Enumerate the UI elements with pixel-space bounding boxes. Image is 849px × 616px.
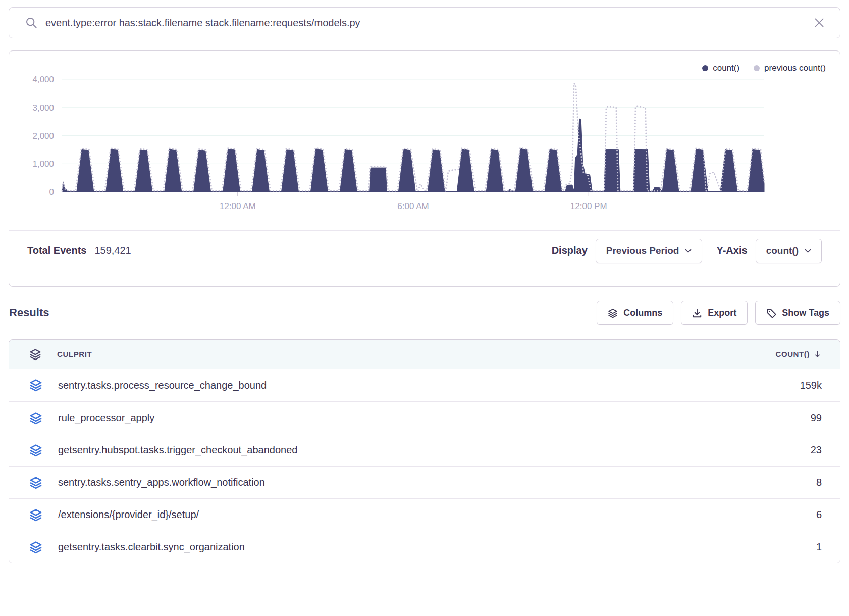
sort-desc-arrow-icon xyxy=(813,350,822,358)
display-dropdown-value: Previous Period xyxy=(606,245,679,256)
yaxis-dropdown-value: count() xyxy=(766,245,799,256)
yaxis-label: Y-Axis xyxy=(716,239,747,262)
culprit-cell: /extensions/{provider_id}/setup/ xyxy=(58,509,199,521)
table-row: getsentry.hubspot.tasks.trigger_checkout… xyxy=(9,434,840,466)
layers-icon xyxy=(29,412,42,425)
count-column-header[interactable]: COUNT() xyxy=(775,350,822,358)
layers-icon xyxy=(29,444,42,457)
events-over-time-chart[interactable]: 01,0002,0003,0004,00012:00 AM6:00 AM12:0… xyxy=(9,71,840,223)
table-row: getsentry.tasks.clearbit.sync_organizati… xyxy=(9,531,840,563)
download-icon xyxy=(692,308,702,318)
table-row: sentry.tasks.sentry_apps.workflow_notifi… xyxy=(9,466,840,498)
show-tags-button[interactable]: Show Tags xyxy=(755,301,840,325)
table-row: sentry.tasks.process_resource_change_bou… xyxy=(9,369,840,401)
layers-icon xyxy=(29,348,41,361)
y-axis-tick-label: 0 xyxy=(49,187,54,197)
columns-button[interactable]: Columns xyxy=(597,301,673,325)
culprit-column-label: CULPRIT xyxy=(57,350,92,358)
total-events-label: Total Events xyxy=(27,239,86,262)
table-row: rule_processor_apply99 xyxy=(9,401,840,434)
layers-icon xyxy=(29,476,42,489)
display-dropdown[interactable]: Previous Period xyxy=(596,239,703,263)
results-actions: Columns Export Show Tags xyxy=(597,301,840,325)
y-axis-tick-label: 1,000 xyxy=(32,159,54,169)
chevron-down-icon xyxy=(685,249,692,253)
results-heading: Results xyxy=(9,306,49,319)
culprit-cell: getsentry.hubspot.tasks.trigger_checkout… xyxy=(58,444,297,456)
y-axis-tick-label: 2,000 xyxy=(32,131,54,141)
layers-icon xyxy=(29,541,42,554)
culprit-cell: sentry.tasks.process_resource_change_bou… xyxy=(58,380,267,391)
yaxis-dropdown[interactable]: count() xyxy=(756,239,822,263)
chart-footer: Total Events 159,421 Display Previous Pe… xyxy=(9,230,840,286)
display-label: Display xyxy=(552,239,588,262)
culprit-column-header[interactable]: CULPRIT xyxy=(29,348,92,361)
total-events-value: 159,421 xyxy=(94,239,131,262)
show-tags-button-label: Show Tags xyxy=(782,307,829,318)
chevron-down-icon xyxy=(805,249,811,253)
search-input[interactable] xyxy=(45,17,814,29)
count-series-area xyxy=(62,119,764,192)
count-series-dot-icon xyxy=(702,65,708,71)
count-cell: 99 xyxy=(811,412,822,424)
count-cell: 1 xyxy=(816,541,822,553)
layers-icon xyxy=(29,379,42,392)
x-axis-tick-label: 6:00 AM xyxy=(397,201,429,211)
culprit-cell: rule_processor_apply xyxy=(58,412,154,424)
columns-button-label: Columns xyxy=(623,307,662,318)
y-axis-tick-label: 3,000 xyxy=(32,103,54,113)
count-cell: 23 xyxy=(811,444,822,456)
count-cell: 6 xyxy=(816,509,822,521)
export-button[interactable]: Export xyxy=(681,301,748,325)
layers-icon xyxy=(608,308,618,318)
export-button-label: Export xyxy=(708,307,736,318)
search-bar xyxy=(9,7,840,38)
x-axis-tick-label: 12:00 PM xyxy=(570,201,607,211)
layers-icon xyxy=(29,508,42,522)
culprit-cell: getsentry.tasks.clearbit.sync_organizati… xyxy=(58,541,245,553)
count-column-label: COUNT() xyxy=(775,350,810,358)
close-icon[interactable] xyxy=(814,17,825,28)
results-table: CULPRIT COUNT() sentry.tasks.process_res… xyxy=(9,339,840,563)
results-table-body: sentry.tasks.process_resource_change_bou… xyxy=(9,369,840,563)
events-chart-panel: count() previous count() 01,0002,0003,00… xyxy=(9,50,840,287)
culprit-cell: sentry.tasks.sentry_apps.workflow_notifi… xyxy=(58,477,265,488)
y-axis-tick-label: 4,000 xyxy=(32,75,54,84)
results-table-header: CULPRIT COUNT() xyxy=(9,340,840,369)
count-cell: 159k xyxy=(800,380,822,391)
table-row: /extensions/{provider_id}/setup/6 xyxy=(9,498,840,531)
tag-icon xyxy=(766,308,776,318)
search-icon xyxy=(25,17,37,29)
x-axis-tick-label: 12:00 AM xyxy=(220,201,256,211)
count-cell: 8 xyxy=(816,477,822,488)
previous-count-series-dot-icon xyxy=(754,65,760,71)
